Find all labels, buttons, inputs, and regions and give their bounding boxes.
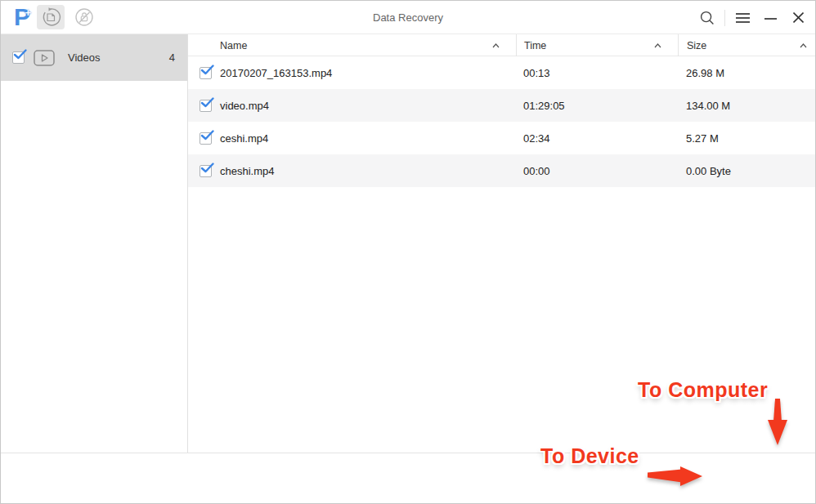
column-label: Name <box>220 40 247 51</box>
row-checkbox[interactable] <box>200 165 212 177</box>
column-header-time[interactable]: Time <box>516 34 678 56</box>
minimize-icon <box>764 12 777 24</box>
menu-icon <box>736 12 750 24</box>
file-time: 00:00 <box>523 165 550 177</box>
sort-caret-icon <box>492 43 500 48</box>
app-window: P + Data Recovery <box>0 0 816 504</box>
close-button[interactable] <box>787 7 809 29</box>
column-header-name[interactable]: Name <box>188 34 516 56</box>
file-name: ceshi.mp4 <box>220 132 268 145</box>
minimize-button[interactable] <box>760 7 781 29</box>
row-checkbox[interactable] <box>200 100 212 112</box>
checkmark-icon <box>201 97 214 108</box>
sidebar-item-videos[interactable]: Videos 4 <box>1 34 187 81</box>
table-row[interactable]: video.mp4 01:29:05 134.00 M <box>188 89 816 122</box>
file-time: 00:13 <box>523 67 550 79</box>
row-checkbox[interactable] <box>200 132 212 145</box>
row-checkbox[interactable] <box>200 67 212 79</box>
file-name: video.mp4 <box>220 100 269 112</box>
video-icon <box>34 50 55 66</box>
annotation-arrow-down-icon <box>766 399 789 446</box>
table-row[interactable]: 20170207_163153.mp4 00:13 26.98 M <box>188 56 816 89</box>
sidebar-item-label: Videos <box>68 51 101 64</box>
checkmark-icon <box>14 49 27 60</box>
menu-button[interactable] <box>732 7 753 29</box>
sidebar: Videos 4 <box>1 34 188 453</box>
file-name: 20170207_163153.mp4 <box>220 67 332 79</box>
page-title: Data Recovery <box>1 11 815 24</box>
checkmark-icon <box>201 130 214 140</box>
column-label: Time <box>524 40 546 51</box>
annotation-to-device: To Device <box>540 444 639 468</box>
checkmark-icon <box>201 163 214 173</box>
file-size: 134.00 M <box>686 100 730 112</box>
close-icon <box>793 12 804 23</box>
column-label: Size <box>687 40 706 51</box>
checkmark-icon <box>201 65 214 75</box>
file-size: 0.00 Byte <box>686 165 731 177</box>
column-header-size[interactable]: Size <box>678 34 816 56</box>
file-name: cheshi.mp4 <box>220 165 274 177</box>
table-header: Name Time Size <box>188 34 816 56</box>
table-row[interactable]: ceshi.mp4 02:34 5.27 M <box>188 122 816 154</box>
sort-caret-icon <box>654 43 661 48</box>
sort-caret-icon <box>800 43 807 48</box>
file-size: 26.98 M <box>686 67 724 79</box>
title-bar: P + Data Recovery <box>1 1 815 34</box>
sidebar-item-count: 4 <box>169 51 175 64</box>
annotation-arrow-right-icon <box>648 465 703 488</box>
file-time: 02:34 <box>523 132 550 145</box>
videos-checkbox[interactable] <box>12 51 25 64</box>
file-size: 5.27 M <box>686 132 719 145</box>
controls-divider <box>724 10 725 26</box>
table-row[interactable]: cheshi.mp4 00:00 0.00 Byte <box>188 154 816 187</box>
window-controls <box>697 1 809 34</box>
file-time: 01:29:05 <box>523 100 565 112</box>
search-icon <box>699 10 715 26</box>
search-button[interactable] <box>697 7 718 29</box>
annotation-to-computer: To Computer <box>638 378 768 402</box>
